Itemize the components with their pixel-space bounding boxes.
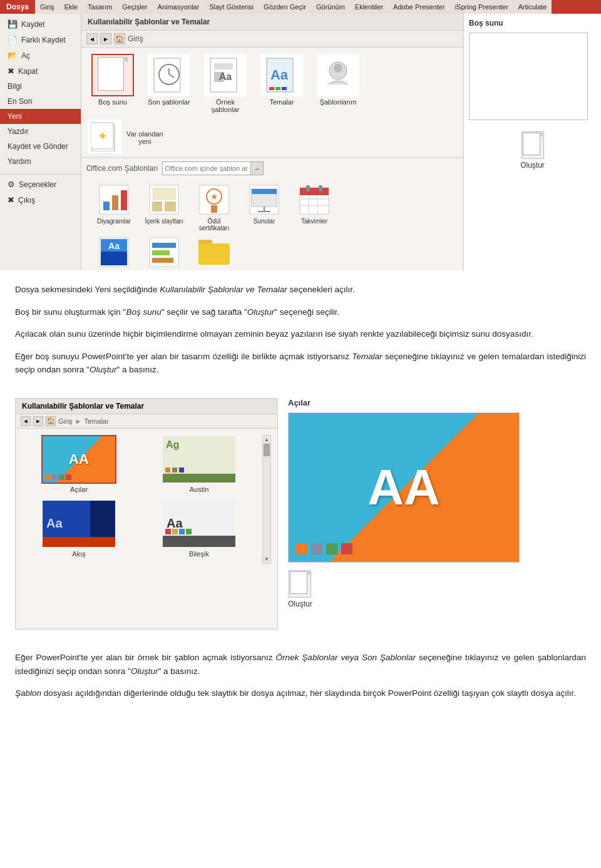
template-item-bos[interactable]: Boş sunu	[88, 54, 138, 113]
nav-back-btn[interactable]: ◄	[86, 33, 98, 44]
cat-diyagramlar[interactable]: Diyagramlar	[91, 183, 136, 232]
sidebar-kaydetgonder[interactable]: Kaydet ve Gönder	[0, 139, 81, 154]
son-svg	[153, 57, 185, 93]
doc-page	[98, 57, 124, 91]
big-dot2	[311, 543, 322, 554]
svg-rect-11	[275, 87, 280, 90]
panel2-nav-home[interactable]: 🏠	[46, 416, 56, 426]
large-acilar-bg: AA	[289, 413, 519, 562]
nav-home-btn[interactable]: 🏠	[114, 33, 125, 44]
sidebar-farkli-kaydet[interactable]: 📄 Farklı Kaydet	[0, 32, 81, 48]
akis-label: Akış	[72, 550, 85, 558]
sidebar-bilgi[interactable]: Bilgi	[0, 79, 81, 94]
paragraph-5: Eğer PowerPoint'te yer alan bir örnek bi…	[15, 651, 586, 678]
cat-takvimler[interactable]: Takvimler	[292, 183, 337, 232]
menu-eklentiler[interactable]: Eklentiler	[350, 1, 388, 13]
austin-dot1	[165, 467, 170, 472]
menu-ekle[interactable]: Ekle	[59, 1, 83, 13]
sidebar-ac[interactable]: 📂 Aç	[0, 48, 81, 63]
save-icon: 💾	[8, 19, 18, 29]
olustur-icon2	[289, 570, 311, 598]
big-dot1	[296, 543, 307, 554]
svg-text:Aa: Aa	[108, 241, 120, 251]
panel2-nav-fwd[interactable]: ►	[33, 416, 43, 426]
nav-fwd-btn[interactable]: ►	[100, 33, 111, 44]
sunular-label: Sunular	[254, 218, 275, 225]
bilesik-thumb: Aa	[162, 499, 237, 548]
menu-articulate[interactable]: Articulate	[513, 1, 552, 13]
panel2-nav-back[interactable]: ◄	[21, 416, 31, 426]
themes-list2: Ag Austin	[142, 435, 256, 564]
sidebar-yeni-label: Yeni	[8, 112, 22, 121]
sablonlarim-label: Şablonlarım	[320, 98, 357, 106]
scroll-up[interactable]: ▲	[264, 437, 269, 442]
office-search-btn[interactable]: →	[250, 162, 263, 175]
theme-bilesik[interactable]: Aa Bileşik	[142, 499, 256, 558]
menu-gecisler[interactable]: Geçişler	[117, 1, 152, 13]
menu-bar: Dosya Giriş Ekle Tasarım Geçişler Animas…	[0, 0, 601, 14]
ornek-svg: Aa	[209, 57, 242, 93]
template-item-temalar[interactable]: Aa Temalar	[257, 54, 307, 113]
em-kullanilaibilir: Kullanılabilir Şablonlar ve Temalar	[160, 285, 287, 294]
content-area: Kullanılabilir Şablonlar ve Temalar ◄ ► …	[81, 14, 601, 270]
panel2-header: Kullanılabilir Şablonlar ve Temalar	[16, 399, 277, 414]
cat-sunular[interactable]: Sunular	[242, 183, 287, 232]
template-item-son[interactable]: Son şablonlar	[144, 54, 194, 113]
theme-austin[interactable]: Ag Austin	[142, 435, 256, 493]
menu-gorunum[interactable]: Görünüm	[311, 1, 350, 13]
sidebar-yardim[interactable]: Yardım	[0, 154, 81, 169]
svg-rect-50	[152, 258, 173, 263]
olustur-btn[interactable]: Oluştur	[469, 131, 596, 170]
svg-rect-10	[269, 87, 274, 90]
scroll-thumb[interactable]	[264, 444, 270, 456]
theme-akis[interactable]: Aa Akış	[22, 499, 136, 558]
template-item-sablonlarim[interactable]: Şablonlarım	[313, 54, 363, 113]
austin-aa: Ag	[163, 436, 235, 454]
template-item-varolandan[interactable]: ✦ Var olandanyeni	[88, 120, 457, 153]
svg-rect-36	[300, 188, 329, 195]
sidebar-yardim-label: Yardım	[8, 157, 31, 166]
son-icon	[148, 54, 190, 96]
sidebar-kapat[interactable]: ✖ Kapat	[0, 63, 81, 79]
cat-zamanlamalar[interactable]: Zamanlamalar	[141, 235, 187, 270]
menu-slayt[interactable]: Slayt Gösterisi	[204, 1, 259, 13]
menu-adobe[interactable]: Adobe Presenter	[388, 1, 450, 13]
olustur-page2	[290, 571, 307, 594]
cat-icerik[interactable]: İçerik slaytları	[141, 183, 187, 232]
menu-tasarim[interactable]: Tasarım	[83, 1, 117, 13]
menu-animasyonlar[interactable]: Animasyonlar	[153, 1, 205, 13]
ornek-label: Örnek şablonlar	[212, 98, 240, 113]
sidebar-yeni[interactable]: Yeni	[0, 109, 81, 124]
dosya-tab[interactable]: Dosya	[0, 0, 35, 14]
template-nav: ◄ ► 🏠 Giriş	[81, 31, 463, 48]
austin-thumb: Ag	[162, 435, 237, 484]
menu-giris[interactable]: Giriş	[35, 1, 59, 13]
odul-icon: ★	[197, 183, 231, 217]
sidebar-secenekler[interactable]: ⚙ Seçenekler	[0, 174, 81, 192]
sidebar-enson[interactable]: En Son	[0, 94, 81, 109]
template-item-ornek[interactable]: Aa Örnek şablonlar	[200, 54, 250, 113]
olustur-label: Oluştur	[520, 161, 545, 170]
varolandan-svg: ✦	[91, 121, 118, 151]
theme-acilar[interactable]: AA Açılar	[22, 435, 136, 493]
close-icon: ✖	[8, 66, 14, 76]
office-search-input[interactable]	[163, 163, 250, 173]
olustur-btn2[interactable]: Oluştur	[288, 570, 312, 608]
svg-rect-42	[319, 185, 322, 191]
panel2-nav-giris: Giriş	[58, 417, 73, 425]
sidebar-kaydet[interactable]: 💾 Kaydet	[0, 16, 81, 32]
panel2-nav-sep: ►	[75, 417, 82, 425]
scroll-down[interactable]: ▼	[264, 556, 269, 562]
sidebar-cikis[interactable]: ✖ Çıkış	[0, 192, 81, 208]
menu-gozden[interactable]: Gözden Geçir	[259, 1, 311, 13]
bilesik-dot3	[179, 529, 185, 534]
austin-dot2	[172, 467, 177, 472]
sidebar-yazdir[interactable]: Yazdır	[0, 124, 81, 139]
cat-tasarim[interactable]: Aa Tasarım slaytları	[91, 235, 136, 270]
cat-baska[interactable]: Başka kategoriler	[192, 235, 237, 270]
folder-body	[198, 243, 230, 265]
zamanlamalar-svg	[148, 237, 180, 268]
scrollbar[interactable]: ▲ ▼	[262, 435, 271, 564]
cat-odul[interactable]: ★ Ödül sertifikaları	[192, 183, 237, 232]
menu-ispring[interactable]: iSpring Presenter	[450, 1, 513, 13]
